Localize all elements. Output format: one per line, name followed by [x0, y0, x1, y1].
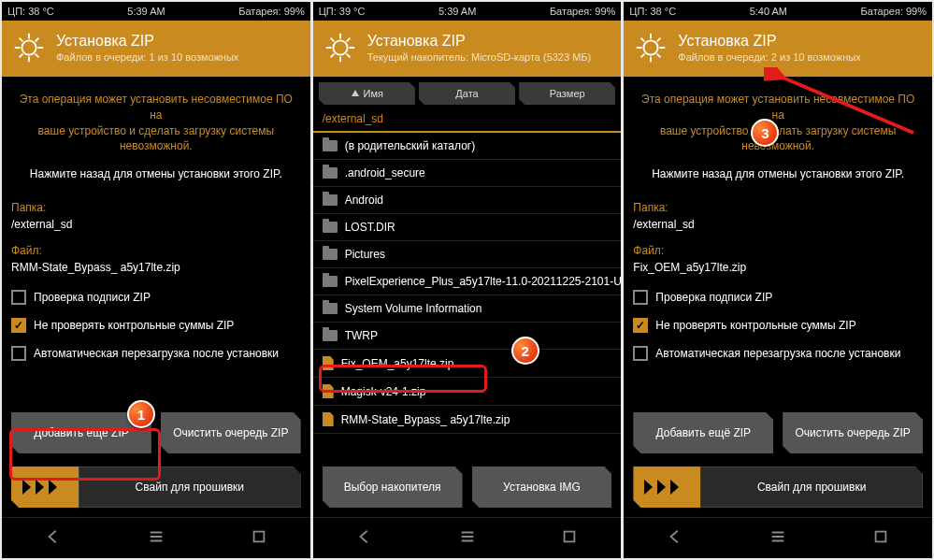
file-name: .android_secure — [345, 166, 425, 179]
file-name: (в родительский каталог) — [345, 139, 476, 152]
folder-row[interactable]: LOST.DIR — [313, 214, 622, 241]
status-time: 5:39 AM — [127, 6, 165, 17]
nav-recent-icon[interactable] — [561, 528, 578, 549]
page-subtitle: Файлов в очереди: 1 из 10 возможных — [56, 51, 238, 63]
svg-rect-1 — [253, 531, 264, 541]
file-icon — [323, 356, 334, 370]
folder-icon — [323, 167, 338, 179]
nav-back-icon[interactable] — [667, 528, 683, 549]
checkbox-auto-reboot[interactable]: Автоматическая перезагрузка после устано… — [11, 346, 301, 361]
folder-value: /external_sd — [11, 218, 301, 231]
svg-rect-5 — [876, 531, 886, 541]
status-cpu: ЦП: 38 °C — [629, 6, 676, 17]
sort-date-button[interactable]: Дата — [419, 82, 515, 105]
clear-queue-button[interactable]: Очистить очередь ZIP — [161, 412, 301, 453]
folder-row[interactable]: Android — [313, 187, 622, 214]
file-icon — [323, 412, 334, 426]
checkbox-skip-checksum[interactable]: ✓Не проверять контрольные суммы ZIP — [633, 318, 923, 333]
status-bar: ЦП: 39 °C 5:39 AM Батарея: 99% — [313, 2, 622, 21]
checkbox-signature[interactable]: Проверка подписи ZIP — [633, 290, 923, 305]
folder-row[interactable]: Pictures — [313, 241, 622, 268]
sort-name-button[interactable]: Имя — [319, 82, 415, 105]
screen-3: ЦП: 38 °C 5:40 AM Батарея: 99% Установка… — [624, 2, 932, 558]
file-value: Fix_OEM_a5y17lte.zip — [633, 261, 923, 274]
file-name: Android — [345, 194, 383, 207]
folder-icon — [323, 249, 338, 260]
file-label: Файл: — [633, 244, 923, 257]
install-img-button[interactable]: Установка IMG — [472, 467, 612, 508]
warning-text: Эта операция может установить несовмести… — [633, 92, 923, 154]
swipe-slider[interactable] — [11, 467, 79, 508]
sort-row: Имя Дата Размер — [313, 77, 622, 108]
nav-back-icon[interactable] — [45, 528, 62, 549]
file-name: RMM-State_Bypass_ a5y17lte.zip — [341, 413, 510, 426]
twrp-logo-icon — [323, 30, 358, 65]
file-row[interactable]: Fix_OEM_a5y17lte.zip — [313, 350, 622, 378]
screen-2: ЦП: 39 °C 5:39 AM Батарея: 99% Установка… — [313, 2, 622, 558]
checkbox-auto-reboot[interactable]: Автоматическая перезагрузка после устано… — [633, 346, 923, 361]
info-text: Нажмите назад для отмены установки этого… — [633, 167, 923, 180]
current-path: /external_sd — [313, 108, 622, 133]
twrp-logo-icon — [633, 30, 668, 65]
folder-label: Папка: — [633, 201, 923, 214]
folder-row[interactable]: (в родительский каталог) — [313, 133, 622, 160]
nav-menu-icon[interactable] — [459, 528, 476, 549]
add-more-zip-button[interactable]: Добавить ещё ZIP — [633, 412, 773, 453]
file-row[interactable]: Magisk-v24-1.zip — [313, 378, 622, 406]
folder-value: /external_sd — [633, 218, 923, 231]
add-more-zip-button[interactable]: Добавить ещё ZIP — [11, 412, 151, 453]
checkbox-signature[interactable]: Проверка подписи ZIP — [11, 290, 301, 305]
folder-icon — [323, 194, 338, 206]
file-icon — [323, 384, 334, 398]
folder-row[interactable]: PixelExperience_Plus_a5y17lte-11.0-20211… — [313, 268, 622, 295]
header: Установка ZIP Файлов в очереди: 1 из 10 … — [2, 21, 310, 77]
info-text: Нажмите назад для отмены установки этого… — [11, 167, 301, 180]
file-label: Файл: — [11, 244, 301, 257]
status-battery: Батарея: 99% — [550, 6, 615, 17]
nav-recent-icon[interactable] — [251, 528, 267, 549]
svg-rect-3 — [565, 531, 575, 541]
svg-point-4 — [644, 40, 658, 54]
file-name: System Volume Information — [345, 302, 482, 315]
nav-bar — [2, 517, 310, 558]
header: Установка ZIP Текущий накопитель: MicroS… — [313, 21, 622, 77]
status-bar: ЦП: 38 °C 5:40 AM Батарея: 99% — [624, 2, 932, 21]
page-title: Установка ZIP — [678, 33, 860, 50]
screen-1: ЦП: 38 °C 5:39 AM Батарея: 99% Установка… — [2, 2, 310, 558]
svg-point-2 — [333, 40, 347, 54]
folder-icon — [323, 276, 338, 287]
folder-row[interactable]: .android_secure — [313, 160, 622, 187]
svg-point-0 — [22, 40, 36, 54]
clear-queue-button[interactable]: Очистить очередь ZIP — [783, 412, 923, 453]
nav-back-icon[interactable] — [356, 528, 373, 549]
folder-icon — [323, 222, 338, 233]
select-storage-button[interactable]: Выбор накопителя — [323, 467, 463, 508]
sort-size-button[interactable]: Размер — [519, 82, 615, 105]
file-row[interactable]: RMM-State_Bypass_ a5y17lte.zip — [313, 406, 622, 434]
swipe-label[interactable]: Свайп для прошивки — [700, 467, 923, 508]
folder-icon — [323, 140, 338, 151]
status-cpu: ЦП: 39 °C — [319, 6, 366, 17]
swipe-label[interactable]: Свайп для прошивки — [79, 467, 301, 508]
twrp-logo-icon — [11, 30, 47, 65]
status-battery: Батарея: 99% — [238, 6, 304, 17]
page-subtitle: Текущий накопитель: MicroSD-карта (5323 … — [367, 51, 592, 63]
file-name: PixelExperience_Plus_a5y17lte-11.0-20211… — [345, 275, 622, 288]
warning-text: Эта операция может установить несовмести… — [11, 92, 301, 154]
nav-recent-icon[interactable] — [872, 528, 889, 549]
nav-bar — [624, 517, 932, 558]
status-time: 5:39 AM — [438, 6, 476, 17]
file-name: Fix_OEM_a5y17lte.zip — [341, 357, 454, 370]
folder-row[interactable]: System Volume Information — [313, 295, 622, 323]
checkbox-skip-checksum[interactable]: ✓Не проверять контрольные суммы ZIP — [11, 318, 301, 333]
file-list[interactable]: (в родительский каталог).android_secureA… — [313, 133, 622, 455]
status-bar: ЦП: 38 °C 5:39 AM Батарея: 99% — [2, 2, 310, 21]
folder-row[interactable]: TWRP — [313, 323, 622, 350]
status-battery: Батарея: 99% — [861, 6, 927, 17]
page-title: Установка ZIP — [56, 33, 238, 50]
folder-icon — [323, 330, 338, 341]
nav-menu-icon[interactable] — [769, 528, 786, 549]
nav-menu-icon[interactable] — [148, 528, 165, 549]
swipe-slider[interactable] — [633, 467, 700, 508]
file-value: RMM-State_Bypass_ a5y17lte.zip — [11, 261, 301, 274]
